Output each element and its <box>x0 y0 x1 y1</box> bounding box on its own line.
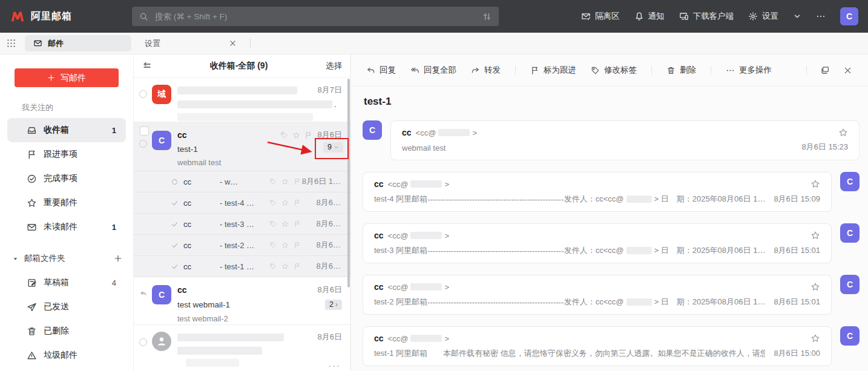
star-icon[interactable] <box>810 179 820 189</box>
select-checkbox[interactable] <box>140 126 149 136</box>
item-more-actions[interactable]: ··· <box>328 360 341 370</box>
mail-icon <box>27 222 37 232</box>
more-options-icon[interactable] <box>816 11 826 21</box>
flag-icon[interactable] <box>294 220 301 228</box>
star-icon[interactable] <box>281 241 289 249</box>
reply-button[interactable]: 回复 <box>366 65 396 76</box>
sidebar-item-sent[interactable]: 已发送 <box>7 295 126 319</box>
star-icon[interactable] <box>281 199 289 206</box>
chevron-down-icon[interactable] <box>793 12 801 21</box>
thread-count-badge[interactable]: 2 › <box>325 300 342 310</box>
thread-subject: - test-2 … <box>220 241 265 250</box>
thread-row[interactable]: cc - w… 8月6日 1… <box>134 171 350 192</box>
tag-icon[interactable] <box>269 220 277 228</box>
download-client-button[interactable]: 下载客户端 <box>679 11 734 22</box>
compose-button[interactable]: 写邮件 <box>15 68 119 87</box>
user-avatar[interactable]: C <box>840 7 858 25</box>
app-grid-icon[interactable] <box>6 38 16 48</box>
redacted-address <box>410 180 442 188</box>
message-date: 8月6日 15:01 <box>774 245 820 256</box>
message-card[interactable]: C cc <cc@ > webmail test 8月6日 15:23 <box>363 120 860 160</box>
subject: test webmail-1 <box>177 300 230 309</box>
sidebar-item-unread[interactable]: 未读邮件 1 <box>7 215 126 239</box>
flag-icon[interactable] <box>294 241 301 249</box>
forward-button[interactable]: 转发 <box>471 65 501 76</box>
sidebar-item-drafts[interactable]: 草稿箱 4 <box>7 271 126 295</box>
drafts-label: 草稿箱 <box>44 277 69 288</box>
star-icon[interactable] <box>281 220 289 228</box>
star-icon[interactable] <box>281 263 289 270</box>
thread-row[interactable]: cc - test-2 … 8月6… <box>134 234 350 255</box>
search-box[interactable] <box>132 7 499 26</box>
flag-icon[interactable] <box>294 199 301 206</box>
message-snippet: test-3 阿里邮箱 ----------------------------… <box>374 245 765 256</box>
list-scrollbar[interactable] <box>347 79 350 287</box>
tab-mail[interactable]: 邮件 <box>25 35 131 51</box>
message-snippet: test-4 阿里邮箱 ----------------------------… <box>374 194 765 205</box>
star-icon[interactable] <box>838 128 848 137</box>
address-prefix: <cc@ <box>388 334 409 343</box>
message-card[interactable]: cc <cc@ > test-1 阿里邮箱 本邮件载有秘密 信息，请您恪守保密义… <box>363 326 860 366</box>
tag-icon[interactable] <box>269 263 277 270</box>
download-client-label: 下载客户端 <box>693 11 734 22</box>
select-button[interactable]: 选择 <box>326 61 342 71</box>
item-date: 8月6日 <box>318 130 342 140</box>
sidebar-item-starred[interactable]: 重要邮件 <box>7 191 126 215</box>
reply-icon <box>366 66 375 75</box>
folders-section-header[interactable]: 邮箱文件夹 <box>12 246 122 271</box>
star-icon[interactable] <box>292 131 300 139</box>
reply-all-button[interactable]: 回复全部 <box>410 65 456 76</box>
message-card[interactable]: cc <cc@ > test-2 阿里邮箱 ------------------… <box>363 275 860 315</box>
star-icon[interactable] <box>281 178 289 185</box>
thread-row[interactable]: cc - test-3 … 8月6… <box>134 213 350 234</box>
star-icon[interactable] <box>810 282 820 292</box>
search-input[interactable] <box>154 11 477 22</box>
sidebar-item-follow[interactable]: 跟进事项 <box>7 142 126 166</box>
settings-button[interactable]: 设置 <box>748 11 778 22</box>
sidebar-item-spam[interactable]: 垃圾邮件 <box>7 343 126 367</box>
thread-count-badge[interactable]: 9 <box>323 142 343 153</box>
sidebar-item-deleted[interactable]: 已删除 <box>7 319 126 343</box>
delete-button[interactable]: 删除 <box>666 65 696 76</box>
flag-icon[interactable] <box>294 178 301 185</box>
tag-icon[interactable] <box>280 131 288 139</box>
trash-icon <box>666 66 676 75</box>
mail-list-item-1[interactable]: 域 8月7日 . <box>134 78 350 122</box>
sent-label: 已发送 <box>44 301 69 312</box>
mark-follow-button[interactable]: 标为跟进 <box>530 65 576 76</box>
read-state-radio[interactable] <box>139 90 147 98</box>
thread-row[interactable]: cc - test-1 … 8月6… <box>134 255 350 277</box>
mail-list-item-4[interactable]: 8月6日 ··· <box>134 325 350 371</box>
message-card[interactable]: cc <cc@ > test-3 阿里邮箱 ------------------… <box>363 223 860 263</box>
read-state-radio[interactable] <box>139 140 147 148</box>
tag-icon[interactable] <box>269 241 277 249</box>
collapse-panel-icon[interactable] <box>142 61 152 71</box>
more-actions-button[interactable]: 更多操作 <box>726 65 772 76</box>
from-line: cc <cc@ > <box>374 333 449 343</box>
sidebar-item-inbox[interactable]: 收件箱 1 <box>7 118 126 142</box>
sidebar-item-done[interactable]: 完成事项 <box>7 166 126 191</box>
tag-icon[interactable] <box>269 178 277 185</box>
read-state-radio[interactable] <box>139 338 147 346</box>
notifications-button[interactable]: 通知 <box>634 11 665 22</box>
mail-list-item-3[interactable]: C cc 8月6日 test webmail-1 2 › test webmai… <box>134 277 350 325</box>
add-folder-icon[interactable] <box>114 254 122 263</box>
message-toolbar: 回复 回复全部 转发 标为跟进 修改标签 删除 <box>352 54 868 87</box>
flag-icon[interactable] <box>294 263 301 270</box>
sidebar: 写邮件 我关注的 收件箱 1 跟进事项 完成事项 重要邮件 未读邮件 1 邮箱文… <box>0 54 133 371</box>
thread-row[interactable]: cc - test-4 … 8月6… <box>134 192 350 213</box>
edit-label-button[interactable]: 修改标签 <box>591 65 637 76</box>
quarantine-button[interactable]: 隔离区 <box>581 11 620 22</box>
flag-icon[interactable] <box>304 131 312 139</box>
close-reading-pane-icon[interactable] <box>843 66 852 75</box>
star-icon[interactable] <box>810 231 820 240</box>
tag-icon[interactable] <box>269 199 277 206</box>
tab-close-icon[interactable] <box>229 39 237 47</box>
mail-list-item-2-selected[interactable]: C cc 8月6日 test-1 webmail test 9 <box>134 122 350 171</box>
unread-circle-icon[interactable] <box>170 178 179 186</box>
open-new-window-icon[interactable] <box>820 65 830 75</box>
star-icon[interactable] <box>810 333 820 343</box>
search-filter-icon[interactable] <box>482 12 492 21</box>
message-card[interactable]: cc <cc@ > test-4 阿里邮箱 ------------------… <box>363 172 860 212</box>
tab-settings[interactable]: 设置 <box>140 38 242 49</box>
